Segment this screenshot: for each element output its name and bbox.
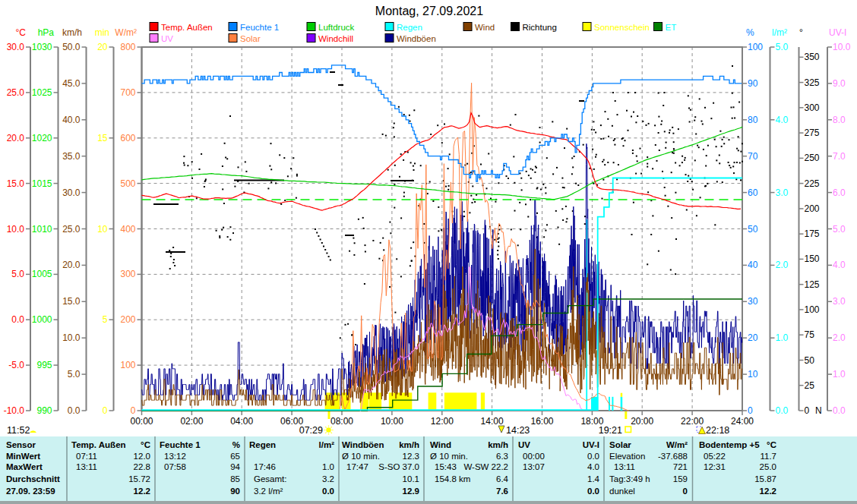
svg-text:1020: 1020 bbox=[32, 133, 52, 143]
svg-text:04:00: 04:00 bbox=[230, 416, 253, 427]
svg-text:20: 20 bbox=[97, 42, 108, 52]
svg-text:Temp. Außen: Temp. Außen bbox=[71, 440, 126, 449]
svg-text:10.1: 10.1 bbox=[403, 474, 419, 484]
svg-text:Windböen: Windböen bbox=[397, 34, 436, 43]
svg-text:5.0: 5.0 bbox=[68, 369, 81, 380]
svg-text:15.87: 15.87 bbox=[754, 474, 776, 484]
svg-text:13:12: 13:12 bbox=[164, 452, 186, 461]
svg-text:500: 500 bbox=[120, 178, 135, 189]
svg-text:20: 20 bbox=[748, 332, 758, 343]
svg-text:7.0: 7.0 bbox=[833, 151, 846, 162]
svg-text:Luftdruck: Luftdruck bbox=[318, 23, 355, 32]
svg-text:15:43: 15:43 bbox=[435, 462, 457, 471]
svg-text:5.0: 5.0 bbox=[11, 269, 24, 279]
svg-text:1010: 1010 bbox=[32, 224, 52, 235]
svg-text:12.2: 12.2 bbox=[760, 487, 776, 496]
svg-text:30: 30 bbox=[748, 296, 758, 307]
svg-text:12.9: 12.9 bbox=[403, 487, 419, 496]
svg-text:22.8: 22.8 bbox=[134, 462, 150, 471]
svg-text:14:23: 14:23 bbox=[506, 425, 530, 436]
svg-text:N: N bbox=[815, 405, 822, 416]
svg-text:07:29: 07:29 bbox=[299, 425, 323, 436]
svg-text:25.0: 25.0 bbox=[7, 87, 25, 98]
svg-text:1.0: 1.0 bbox=[322, 462, 334, 471]
svg-text:07:11: 07:11 bbox=[76, 452, 97, 461]
svg-text:0: 0 bbox=[683, 487, 688, 496]
svg-text:W-SW 22.2: W-SW 22.2 bbox=[463, 462, 508, 471]
svg-text:3.2 l/m²: 3.2 l/m² bbox=[254, 487, 283, 496]
svg-text:100: 100 bbox=[805, 304, 820, 315]
svg-text:13:11: 13:11 bbox=[76, 462, 97, 471]
svg-text:995: 995 bbox=[36, 360, 52, 370]
svg-text:02:00: 02:00 bbox=[180, 416, 203, 427]
svg-text:-5.0: -5.0 bbox=[8, 360, 24, 370]
svg-text:25.0: 25.0 bbox=[760, 462, 776, 471]
svg-text:70: 70 bbox=[748, 151, 758, 162]
svg-text:350: 350 bbox=[805, 52, 820, 62]
svg-text:300: 300 bbox=[120, 269, 135, 279]
svg-text:Wind: Wind bbox=[430, 440, 451, 449]
svg-text:150: 150 bbox=[805, 254, 820, 264]
svg-text:17:47: 17:47 bbox=[346, 462, 368, 471]
svg-text:1005: 1005 bbox=[32, 269, 52, 279]
svg-text:721: 721 bbox=[673, 462, 688, 471]
svg-text:Montag, 27.09.2021: Montag, 27.09.2021 bbox=[375, 5, 483, 17]
svg-text:100: 100 bbox=[748, 42, 763, 52]
svg-text:0.0: 0.0 bbox=[587, 452, 599, 461]
svg-text:1025: 1025 bbox=[32, 87, 52, 98]
svg-text:Ø 10 min.: Ø 10 min. bbox=[342, 452, 380, 461]
svg-text:45.0: 45.0 bbox=[62, 78, 81, 89]
svg-text:Sensor: Sensor bbox=[6, 440, 36, 449]
svg-text:10: 10 bbox=[748, 369, 758, 380]
svg-text:800: 800 bbox=[120, 42, 135, 52]
svg-text:20.0: 20.0 bbox=[62, 260, 81, 270]
svg-text:25: 25 bbox=[805, 380, 815, 391]
svg-text:8.0: 8.0 bbox=[833, 115, 846, 125]
svg-text:0.0: 0.0 bbox=[322, 487, 334, 496]
svg-text:UV: UV bbox=[161, 34, 173, 43]
svg-text:dunkel: dunkel bbox=[609, 487, 635, 496]
svg-text:159: 159 bbox=[673, 474, 688, 484]
svg-text:W/m²: W/m² bbox=[666, 440, 688, 449]
svg-text:Regen: Regen bbox=[249, 440, 276, 449]
svg-text:35.0: 35.0 bbox=[62, 151, 81, 162]
svg-text:4.0: 4.0 bbox=[587, 462, 599, 471]
svg-text:10.0: 10.0 bbox=[833, 42, 851, 52]
svg-text:Windböen: Windböen bbox=[342, 440, 384, 449]
svg-text:600: 600 bbox=[120, 133, 135, 143]
svg-text:%: % bbox=[232, 440, 240, 449]
svg-text:50: 50 bbox=[805, 355, 815, 366]
svg-text:85: 85 bbox=[230, 474, 240, 484]
svg-text:UV: UV bbox=[518, 440, 530, 449]
svg-text:24:00: 24:00 bbox=[731, 416, 754, 427]
svg-text:MinWert: MinWert bbox=[6, 452, 40, 461]
svg-text:12.2: 12.2 bbox=[134, 487, 150, 496]
svg-text:15: 15 bbox=[97, 133, 108, 143]
svg-text:00:00: 00:00 bbox=[523, 452, 545, 461]
svg-text:10.0: 10.0 bbox=[7, 224, 25, 235]
svg-text:94: 94 bbox=[230, 462, 240, 471]
svg-text:15.0: 15.0 bbox=[7, 178, 25, 189]
svg-text:Elevation: Elevation bbox=[609, 452, 645, 461]
svg-text:20:00: 20:00 bbox=[631, 416, 653, 427]
svg-text:UV-I: UV-I bbox=[829, 27, 846, 38]
svg-text:40.0: 40.0 bbox=[62, 115, 81, 125]
svg-text:km/h: km/h bbox=[62, 27, 82, 38]
svg-text:90: 90 bbox=[748, 78, 758, 89]
svg-text:50.0: 50.0 bbox=[62, 42, 81, 52]
svg-text:400: 400 bbox=[120, 224, 135, 235]
svg-text:Bodentemp +5: Bodentemp +5 bbox=[699, 440, 760, 449]
svg-text:154.8 km: 154.8 km bbox=[435, 474, 470, 484]
svg-text:16:00: 16:00 bbox=[530, 416, 553, 427]
svg-text:6.4: 6.4 bbox=[496, 474, 509, 484]
svg-text:3.0: 3.0 bbox=[776, 187, 789, 198]
svg-text:°C: °C bbox=[141, 440, 150, 449]
svg-text:6.3: 6.3 bbox=[496, 452, 508, 461]
svg-text:1.0: 1.0 bbox=[776, 332, 789, 343]
svg-text:Ø 10 min.: Ø 10 min. bbox=[430, 452, 468, 461]
svg-text:0.0: 0.0 bbox=[776, 405, 789, 416]
svg-text:14:00: 14:00 bbox=[481, 416, 504, 427]
svg-text:Gesamt:: Gesamt: bbox=[254, 474, 286, 484]
svg-text:hPa: hPa bbox=[38, 27, 55, 38]
svg-text:30.0: 30.0 bbox=[62, 187, 81, 198]
